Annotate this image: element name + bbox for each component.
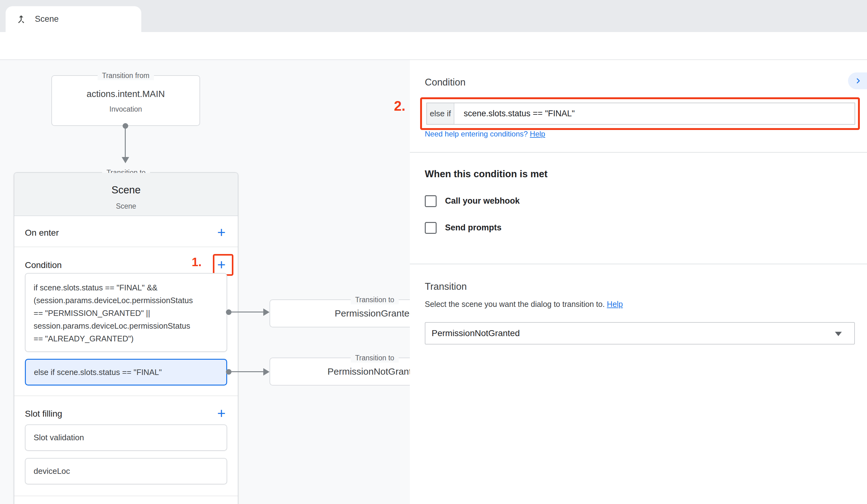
help-link[interactable]: Help [530, 130, 545, 138]
slot-item[interactable]: deviceLoc [25, 458, 227, 484]
call-webhook-checkbox[interactable] [425, 195, 437, 207]
divider [14, 496, 238, 496]
transition-heading: Transition [425, 281, 467, 292]
divider [410, 152, 867, 153]
target-scene-name: PermissionNotGranted [328, 366, 422, 377]
transition-hint: Select the scene you want the dialog to … [425, 300, 623, 309]
transition-from-legend: Transition from [98, 71, 154, 80]
scene-editor: Scene Scene English Cancel Save Transiti… [0, 0, 867, 504]
intent-type: Invocation [52, 105, 200, 113]
scene-node-title: Scene [14, 184, 238, 196]
when-condition-met-heading: When this condition is met [425, 168, 547, 180]
condition-item[interactable]: if scene.slots.status == "FINAL" && (ses… [25, 273, 227, 352]
condition-item-selected[interactable]: else if scene.slots.status == "FINAL" [25, 359, 227, 385]
condition-help-line: Need help entering conditions? Help [425, 130, 545, 138]
tab-scene[interactable]: Scene [6, 6, 141, 32]
scene-node-subtitle: Scene [14, 202, 238, 210]
connector-line [125, 126, 126, 158]
send-prompts-checkbox[interactable] [425, 222, 437, 234]
help-text: Need help entering conditions? [425, 130, 528, 138]
step-2-highlight-box [420, 97, 860, 130]
scene-node-card: Transition to Scene Scene On enter + Con… [14, 172, 238, 504]
merge-type-icon [15, 14, 27, 25]
connector-line [232, 311, 263, 313]
header: Scene English Cancel Save [0, 32, 867, 60]
divider [14, 395, 238, 396]
collapse-panel-button[interactable] [848, 73, 867, 89]
call-webhook-label[interactable]: Call your webhook [445, 196, 520, 206]
dropdown-value: PermissionNotGranted [432, 328, 520, 338]
hint-text: Select the scene you want the dialog to … [425, 300, 604, 308]
divider [14, 246, 238, 247]
scene-node-header[interactable]: Scene Scene [14, 173, 238, 216]
dropdown-caret-icon [835, 332, 842, 336]
tab-label: Scene [35, 14, 59, 24]
connector-dot [226, 309, 232, 315]
condition-heading: Condition [425, 77, 465, 88]
connector-line [232, 371, 263, 372]
add-condition-button[interactable]: + [217, 258, 226, 272]
connector-arrowhead [122, 157, 129, 163]
intent-name: actions.intent.MAIN [52, 89, 200, 99]
step-2-annotation: 2. [394, 98, 406, 114]
transition-to-legend: Transition to [351, 353, 399, 363]
add-slot-button[interactable]: + [217, 406, 226, 420]
add-on-enter-button[interactable]: + [217, 225, 226, 239]
connector-dot [226, 369, 232, 375]
condition-detail-panel: Condition else if Need help entering con… [410, 60, 867, 504]
transition-scene-dropdown[interactable]: PermissionNotGranted [425, 322, 855, 344]
chevron-right-icon [853, 76, 864, 86]
transition-help-link[interactable]: Help [607, 300, 623, 308]
step-1-annotation: 1. [192, 255, 202, 269]
condition-section-label: Condition [25, 260, 62, 270]
on-enter-label: On enter [25, 228, 59, 238]
tab-bar: Scene [0, 0, 867, 32]
transition-from-card[interactable]: Transition from actions.intent.MAIN Invo… [51, 75, 200, 126]
slot-filling-label: Slot filling [25, 409, 62, 419]
connector-arrowhead [263, 368, 269, 375]
connector-arrowhead [263, 308, 269, 316]
divider [410, 264, 867, 264]
slot-item[interactable]: Slot validation [25, 424, 227, 451]
target-scene-name: PermissionGranted [335, 308, 415, 319]
send-prompts-label[interactable]: Send prompts [445, 223, 502, 232]
transition-to-legend: Transition to [351, 295, 399, 304]
